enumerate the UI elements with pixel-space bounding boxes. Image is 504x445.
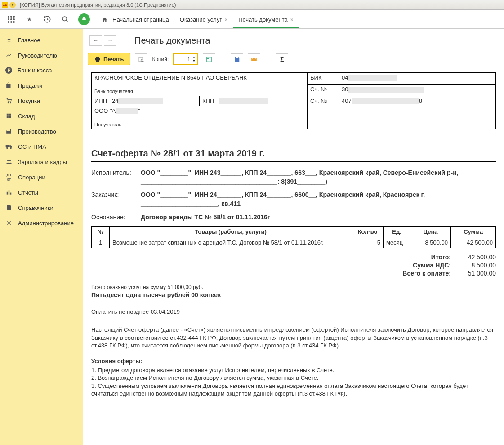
invoice-title: Счет-оферта № 28/1 от 31 марта 2019 г. (91, 148, 496, 159)
svg-point-0 (8, 16, 9, 18)
svg-rect-16 (9, 116, 11, 118)
svg-point-7 (10, 21, 12, 23)
preview-button[interactable] (135, 53, 147, 65)
sum-words: Пятьдесят одна тысяча рублей 00 копеек (91, 291, 496, 298)
sidebar-item-reports[interactable]: Отчеты (0, 185, 83, 200)
offer-paragraph: Настоящий Счет-оферта (далее - «Счет») я… (91, 326, 496, 350)
totals-block: Итого:42 500,00 Сумма НДС:8 500,00 Всего… (91, 254, 496, 277)
svg-line-10 (66, 20, 67, 22)
tab-print[interactable]: Печать документа × (233, 11, 299, 28)
sidebar-item-bank[interactable]: ₽Банк и касса (0, 63, 83, 78)
ruble-icon: ₽ (5, 67, 12, 74)
tab-print-label: Печать документа (238, 16, 288, 23)
pay-deadline: Оплатить не позднее 03.04.2019 (91, 308, 496, 315)
svg-rect-31 (251, 57, 257, 61)
svg-point-1 (10, 16, 12, 18)
nav-forward-button[interactable]: → (104, 35, 116, 46)
content-area: ← → Печать документа Печать Копий: 1▲▼ Σ (83, 29, 504, 445)
email-button[interactable] (248, 53, 260, 65)
sidebar-item-manager[interactable]: Руководителю (0, 48, 83, 63)
table-row: 1 Возмещение затрат связанных с арендой … (92, 237, 496, 248)
svg-point-4 (10, 18, 12, 20)
account2-label: Сч. № (308, 96, 339, 129)
sidebar: ≡Главное Руководителю ₽Банк и касса Прод… (0, 29, 83, 445)
topbar: ★ Начальная страница Оказание услуг × Пе… (0, 10, 504, 29)
svg-point-20 (7, 160, 9, 161)
sidebar-item-purchases[interactable]: Покупки (0, 93, 83, 108)
bars-icon (5, 189, 13, 196)
sum-button[interactable]: Σ (276, 53, 288, 65)
svg-rect-17 (6, 145, 10, 147)
offer-line-1: 1. Предметом договора является оказание … (91, 366, 496, 374)
history-icon[interactable] (42, 14, 52, 24)
svg-point-3 (8, 18, 9, 20)
bag-icon (5, 82, 13, 89)
people-icon (5, 158, 13, 165)
sidebar-item-hr[interactable]: Зарплата и кадры (0, 154, 83, 169)
template-button[interactable] (203, 53, 215, 65)
tab-services-label: Оказание услуг (180, 16, 222, 23)
app-logo-icon: 1c (2, 2, 8, 8)
factory-icon (5, 128, 13, 135)
items-table: № Товары (работы, услуги) Кол-во Ед. Цен… (91, 226, 496, 248)
copies-label: Копий: (152, 56, 169, 62)
svg-point-21 (9, 160, 11, 161)
chart-icon (5, 52, 13, 59)
nav-back-button[interactable]: ← (89, 35, 102, 46)
svg-point-18 (7, 147, 8, 149)
printer-icon (94, 56, 101, 62)
sidebar-item-warehouse[interactable]: Склад (0, 108, 83, 124)
executor-row: Исполнитель: ООО "________", ИНН 243____… (91, 169, 496, 186)
svg-point-19 (10, 147, 12, 149)
svg-rect-30 (208, 58, 209, 59)
tab-services[interactable]: Оказание услуг × (174, 11, 233, 28)
cart-icon (5, 97, 13, 104)
sidebar-item-assets[interactable]: ОС и НМА (0, 139, 83, 154)
svg-rect-24 (10, 193, 11, 195)
svg-point-11 (8, 102, 9, 103)
operations-icon: ДтКт (5, 174, 13, 181)
copies-input[interactable]: 1▲▼ (173, 53, 198, 65)
sidebar-item-sales[interactable]: Продажи (0, 78, 83, 93)
svg-rect-15 (7, 116, 9, 118)
bank-name: КРАСНОЯРСКОЕ ОТДЕЛЕНИЕ N 8646 ПАО СБЕРБА… (94, 74, 247, 81)
sidebar-item-operations[interactable]: ДтКтОперации (0, 169, 83, 185)
svg-rect-14 (9, 114, 11, 116)
svg-point-8 (13, 21, 15, 23)
sidebar-item-main[interactable]: ≡Главное (0, 32, 83, 48)
svg-point-25 (8, 222, 10, 224)
document-preview: КРАСНОЯРСКОЕ ОТДЕЛЕНИЕ N 8646 ПАО СБЕРБА… (88, 71, 500, 400)
bell-icon[interactable] (78, 13, 90, 25)
svg-rect-13 (7, 114, 9, 116)
svg-rect-23 (9, 190, 9, 194)
print-button[interactable]: Печать (88, 53, 130, 65)
offer-line-2: 2. Вознаграждением Исполнителя по Догово… (91, 374, 496, 382)
home-icon (102, 17, 108, 23)
close-icon[interactable]: × (224, 17, 227, 23)
book-icon (5, 204, 13, 211)
window-titlebar: 1c ▾ [КОПИЯ] Бухгалтерия предприятия, ре… (0, 0, 504, 10)
bank-details-table: КРАСНОЯРСКОЕ ОТДЕЛЕНИЕ N 8646 ПАО СБЕРБА… (91, 72, 496, 129)
svg-point-5 (13, 18, 15, 20)
menu-icon: ≡ (5, 36, 13, 44)
sidebar-item-catalogs[interactable]: Справочники (0, 200, 83, 215)
apps-icon[interactable] (6, 14, 16, 24)
toolbar: Печать Копий: 1▲▼ Σ (88, 51, 500, 71)
tab-home-label: Начальная страница (112, 16, 169, 23)
window-dropdown-icon[interactable]: ▾ (9, 2, 16, 8)
star-icon[interactable]: ★ (24, 14, 34, 24)
window-title: [КОПИЯ] Бухгалтерия предприятия, редакци… (20, 2, 176, 8)
search-icon[interactable] (60, 14, 70, 24)
offer-line-3: 3. Существенным условием заключения Дого… (91, 382, 496, 398)
offer-terms-header: Условия оферты: (91, 358, 496, 365)
save-button[interactable] (231, 53, 243, 65)
sidebar-item-admin[interactable]: Администрирование (0, 215, 83, 231)
tab-home[interactable]: Начальная страница (96, 11, 174, 28)
gear-icon (5, 219, 13, 227)
svg-point-2 (13, 16, 15, 18)
close-icon[interactable]: × (290, 17, 294, 23)
customer-row: Заказчик: ООО "________", ИНН 24_______,… (91, 191, 496, 208)
truck-icon (5, 143, 13, 150)
bik-label: БИК (308, 73, 339, 85)
sidebar-item-production[interactable]: Производство (0, 124, 83, 139)
